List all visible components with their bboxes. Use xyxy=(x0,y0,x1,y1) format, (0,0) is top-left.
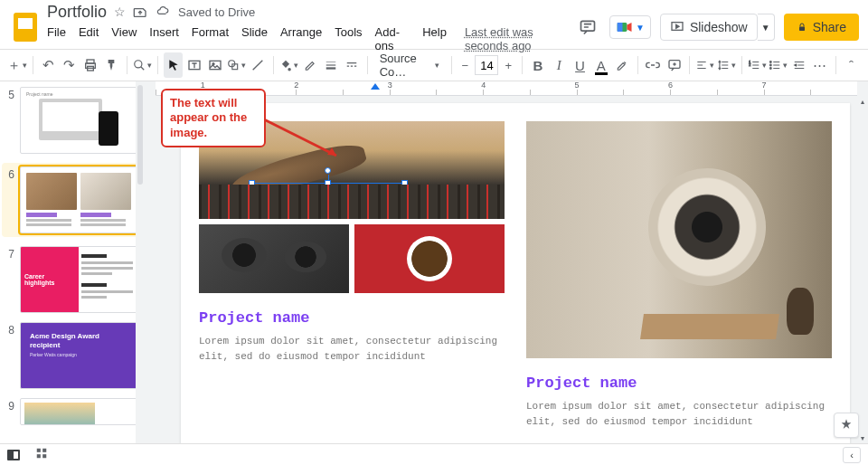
undo-button[interactable]: ↶ xyxy=(39,52,58,78)
menu-arrange[interactable]: Arrange xyxy=(280,25,322,52)
redo-button[interactable]: ↷ xyxy=(60,52,79,78)
menu-slide[interactable]: Slide xyxy=(241,25,268,52)
indent-decrease-button[interactable] xyxy=(789,52,808,78)
toolbar: ＋ ↶ ↷ Source Co… − + B I U A 12 ⋯ ˆ xyxy=(0,49,868,81)
autofit-icon[interactable]: ⇳ xyxy=(225,188,247,210)
star-icon[interactable]: ☆ xyxy=(114,5,126,19)
svg-text:2: 2 xyxy=(749,63,750,67)
menu-addons[interactable]: Add-ons xyxy=(375,25,410,52)
filmstrip-view-icon[interactable] xyxy=(7,450,20,460)
paint-format-button[interactable] xyxy=(102,52,121,78)
menu-insert[interactable]: Insert xyxy=(149,25,179,52)
chevron-down-icon: ▼ xyxy=(761,23,770,33)
filmstrip-scrollbar[interactable] xyxy=(136,81,145,443)
menu-format[interactable]: Format xyxy=(192,25,229,52)
slide-thumb-5[interactable]: Project name xyxy=(20,87,137,154)
text-color-button[interactable]: A xyxy=(591,52,610,78)
slide-thumb-6[interactable] xyxy=(20,166,137,233)
font-size-plus[interactable]: + xyxy=(500,55,516,75)
resize-handle[interactable] xyxy=(325,212,331,218)
menu-view[interactable]: View xyxy=(111,25,137,52)
resize-handle[interactable] xyxy=(401,212,408,218)
svg-rect-5 xyxy=(799,27,805,32)
insert-link-button[interactable] xyxy=(644,52,663,78)
slideshow-button[interactable]: Slideshow xyxy=(660,14,758,41)
align-button[interactable] xyxy=(695,52,714,78)
doc-title[interactable]: Portfolio xyxy=(47,3,107,22)
shape-tool[interactable] xyxy=(227,52,246,78)
slide-thumb-8[interactable]: Acme Design Award recipient Parker Watts… xyxy=(20,322,137,389)
main-area: 5 Project name 6 7 Career highlights 8 A… xyxy=(0,81,868,443)
rotate-handle[interactable] xyxy=(325,167,331,174)
border-dash-button[interactable] xyxy=(343,52,362,78)
svg-point-18 xyxy=(770,62,772,63)
meet-button[interactable]: ▼ xyxy=(609,15,651,39)
selected-textbox[interactable]: ⇳ Text over image xyxy=(251,183,405,215)
menu-edit[interactable]: Edit xyxy=(79,25,99,52)
thumb-title: Career highlights xyxy=(21,273,79,286)
indent-marker-icon[interactable] xyxy=(371,83,380,90)
collapse-filmstrip-button[interactable]: ‹ xyxy=(843,447,861,463)
canvas[interactable]: 1234567 The text will appear on the imag… xyxy=(145,81,868,443)
border-weight-button[interactable] xyxy=(321,52,340,78)
bold-button[interactable]: B xyxy=(528,52,547,78)
slide-thumb-7[interactable]: Career highlights xyxy=(20,246,137,313)
project-image-small[interactable] xyxy=(354,224,505,293)
slideshow-menu-button[interactable]: ▼ xyxy=(758,14,775,41)
print-button[interactable] xyxy=(80,52,99,78)
font-size-minus[interactable]: − xyxy=(457,55,473,75)
new-slide-button[interactable]: ＋ xyxy=(7,52,27,78)
select-tool[interactable] xyxy=(164,52,183,78)
share-button[interactable]: Share xyxy=(784,14,859,41)
numbered-list-button[interactable]: 12 xyxy=(748,52,767,78)
cloud-saved-icon[interactable] xyxy=(155,5,171,18)
svg-point-19 xyxy=(770,64,772,66)
line-tool[interactable] xyxy=(248,52,267,78)
project-desc[interactable]: Lorem ipsum dolor sit amet, consectetur … xyxy=(526,399,832,429)
more-tools-button[interactable]: ⋯ xyxy=(811,52,830,78)
project-image-small[interactable] xyxy=(199,224,349,293)
highlight-color-button[interactable] xyxy=(613,52,632,78)
project-title[interactable]: Project name xyxy=(199,309,505,327)
explore-button[interactable] xyxy=(834,413,859,438)
menu-help[interactable]: Help xyxy=(422,25,447,52)
filmstrip[interactable]: 5 Project name 6 7 Career highlights 8 A… xyxy=(0,81,145,443)
textbox-content[interactable]: Text over image xyxy=(259,187,349,200)
resize-handle[interactable] xyxy=(401,180,408,186)
last-edit-link[interactable]: Last edit was seconds ago xyxy=(465,25,575,52)
border-color-button[interactable] xyxy=(300,52,319,78)
zoom-button[interactable] xyxy=(133,52,152,78)
grid-view-icon[interactable] xyxy=(34,447,51,463)
font-family-select[interactable]: Source Co… xyxy=(373,49,446,81)
image-tool[interactable] xyxy=(206,52,225,78)
slideshow-label: Slideshow xyxy=(690,20,748,34)
comments-icon[interactable] xyxy=(575,14,600,40)
resize-handle[interactable] xyxy=(249,212,255,218)
fill-color-button[interactable] xyxy=(279,52,298,78)
slide-thumb-9[interactable] xyxy=(20,398,137,425)
save-status: Saved to Drive xyxy=(178,5,255,19)
insert-comment-button[interactable] xyxy=(665,52,684,78)
project-title[interactable]: Project name xyxy=(526,375,832,392)
move-icon[interactable] xyxy=(133,5,147,19)
resize-handle[interactable] xyxy=(249,195,255,202)
bullet-list-button[interactable] xyxy=(769,52,788,78)
chevron-down-icon: ▼ xyxy=(636,23,645,33)
resize-handle[interactable] xyxy=(325,180,331,186)
slides-logo[interactable] xyxy=(9,11,42,43)
font-size-stepper: − + xyxy=(457,55,516,75)
hide-menus-button[interactable]: ˆ xyxy=(842,52,861,78)
italic-button[interactable]: I xyxy=(550,52,569,78)
menu-tools[interactable]: Tools xyxy=(335,25,362,52)
project-image-main[interactable] xyxy=(526,121,832,358)
menu-file[interactable]: File xyxy=(47,25,66,52)
project-desc[interactable]: Lorem ipsum dolor sit amet, consectetur … xyxy=(199,334,505,364)
line-spacing-button[interactable] xyxy=(716,52,735,78)
underline-button[interactable]: U xyxy=(571,52,590,78)
textbox-tool[interactable] xyxy=(184,52,203,78)
svg-point-20 xyxy=(770,68,772,70)
resize-handle[interactable] xyxy=(249,180,255,186)
resize-handle[interactable] xyxy=(401,195,408,202)
canvas-scrollbar[interactable]: ▴▾ xyxy=(857,96,868,443)
font-size-input[interactable] xyxy=(475,55,498,75)
